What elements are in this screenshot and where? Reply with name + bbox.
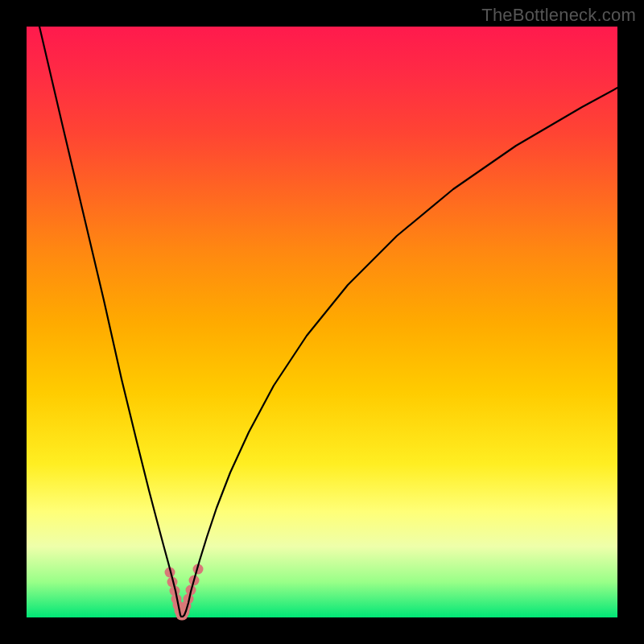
chart-frame: TheBottleneck.com: [0, 0, 644, 644]
watermark-text: TheBottleneck.com: [481, 5, 636, 26]
chart-svg: [27, 27, 617, 617]
bottleneck-curve: [39, 27, 617, 617]
plot-area: [27, 27, 617, 617]
